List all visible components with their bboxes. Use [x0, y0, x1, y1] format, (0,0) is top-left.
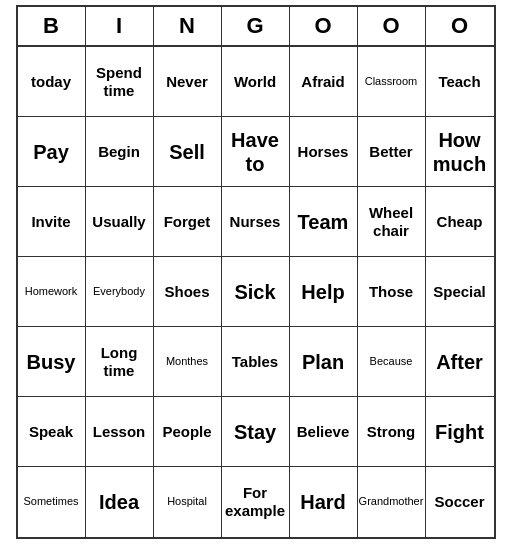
bingo-cell: Lesson — [86, 397, 154, 467]
bingo-header: BINGOOO — [18, 7, 494, 47]
bingo-cell: After — [426, 327, 494, 397]
bingo-cell: Sometimes — [18, 467, 86, 537]
header-letter: B — [18, 7, 86, 45]
bingo-cell: Classroom — [358, 47, 426, 117]
bingo-cell: Team — [290, 187, 358, 257]
bingo-cell: Begin — [86, 117, 154, 187]
bingo-cell: Shoes — [154, 257, 222, 327]
header-letter: I — [86, 7, 154, 45]
bingo-cell: Speak — [18, 397, 86, 467]
bingo-cell: Afraid — [290, 47, 358, 117]
bingo-cell: Sell — [154, 117, 222, 187]
bingo-cell: Hospital — [154, 467, 222, 537]
bingo-cell: World — [222, 47, 290, 117]
bingo-cell: How much — [426, 117, 494, 187]
bingo-cell: Nurses — [222, 187, 290, 257]
bingo-cell: Special — [426, 257, 494, 327]
bingo-cell: Spend time — [86, 47, 154, 117]
bingo-cell: People — [154, 397, 222, 467]
bingo-cell: Homework — [18, 257, 86, 327]
bingo-cell: For example — [222, 467, 290, 537]
bingo-cell: Never — [154, 47, 222, 117]
bingo-cell: Help — [290, 257, 358, 327]
header-letter: O — [358, 7, 426, 45]
bingo-cell: Have to — [222, 117, 290, 187]
header-letter: N — [154, 7, 222, 45]
bingo-cell: Wheel chair — [358, 187, 426, 257]
bingo-cell: Everybody — [86, 257, 154, 327]
bingo-cell: today — [18, 47, 86, 117]
header-letter: O — [290, 7, 358, 45]
bingo-cell: Sick — [222, 257, 290, 327]
bingo-cell: Better — [358, 117, 426, 187]
bingo-cell: Believe — [290, 397, 358, 467]
bingo-cell: Hard — [290, 467, 358, 537]
bingo-cell: Invite — [18, 187, 86, 257]
bingo-cell: Long time — [86, 327, 154, 397]
bingo-cell: Tables — [222, 327, 290, 397]
bingo-cell: Cheap — [426, 187, 494, 257]
bingo-cell: Those — [358, 257, 426, 327]
bingo-grid: todaySpend timeNeverWorldAfraidClassroom… — [18, 47, 494, 537]
bingo-cell: Because — [358, 327, 426, 397]
bingo-cell: Usually — [86, 187, 154, 257]
bingo-cell: Idea — [86, 467, 154, 537]
bingo-cell: Teach — [426, 47, 494, 117]
bingo-cell: Horses — [290, 117, 358, 187]
bingo-cell: Grandmother — [358, 467, 426, 537]
bingo-cell: Pay — [18, 117, 86, 187]
bingo-cell: Busy — [18, 327, 86, 397]
bingo-cell: Plan — [290, 327, 358, 397]
bingo-cell: Forget — [154, 187, 222, 257]
bingo-cell: Monthes — [154, 327, 222, 397]
bingo-cell: Fight — [426, 397, 494, 467]
header-letter: O — [426, 7, 494, 45]
bingo-card: BINGOOO todaySpend timeNeverWorldAfraidC… — [16, 5, 496, 539]
bingo-cell: Strong — [358, 397, 426, 467]
header-letter: G — [222, 7, 290, 45]
bingo-cell: Soccer — [426, 467, 494, 537]
bingo-cell: Stay — [222, 397, 290, 467]
